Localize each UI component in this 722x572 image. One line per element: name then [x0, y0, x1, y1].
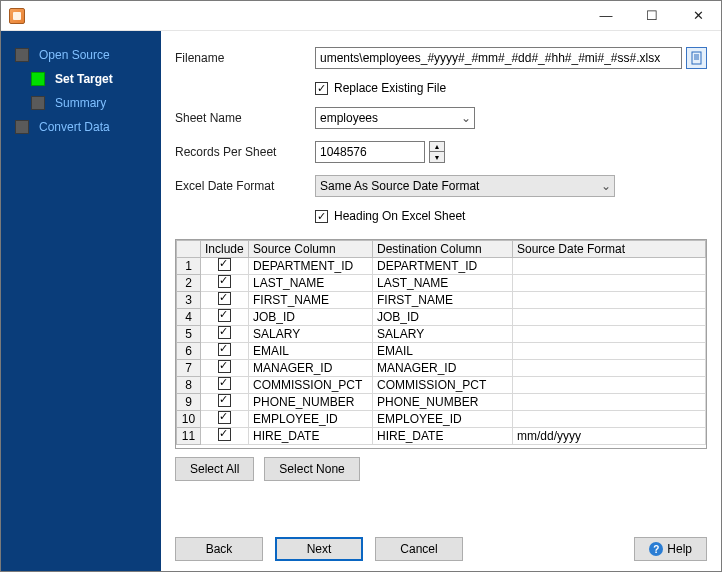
row-header[interactable]: 3	[177, 292, 201, 309]
row-header[interactable]: 11	[177, 428, 201, 445]
include-cell[interactable]	[201, 377, 249, 394]
heading-on-sheet-checkbox[interactable]	[315, 210, 328, 223]
minimize-button[interactable]: —	[583, 1, 629, 31]
sheet-name-input[interactable]	[315, 107, 475, 129]
include-cell[interactable]	[201, 428, 249, 445]
source-cell[interactable]: LAST_NAME	[249, 275, 373, 292]
nav-open-source[interactable]: Open Source	[1, 43, 161, 67]
sheet-name-combo[interactable]: ⌄	[315, 107, 475, 129]
nav-summary[interactable]: Summary	[1, 91, 161, 115]
dest-cell[interactable]: COMMISSION_PCT	[373, 377, 513, 394]
cancel-button[interactable]: Cancel	[375, 537, 463, 561]
include-checkbox[interactable]	[218, 309, 231, 322]
srcdate-cell[interactable]: mm/dd/yyyy	[513, 428, 706, 445]
help-button[interactable]: ? Help	[634, 537, 707, 561]
col-include[interactable]: Include	[201, 241, 249, 258]
include-cell[interactable]	[201, 309, 249, 326]
source-cell[interactable]: SALARY	[249, 326, 373, 343]
row-header[interactable]: 10	[177, 411, 201, 428]
table-row[interactable]: 1DEPARTMENT_IDDEPARTMENT_ID	[177, 258, 706, 275]
close-button[interactable]: ✕	[675, 1, 721, 31]
include-cell[interactable]	[201, 394, 249, 411]
table-row[interactable]: 8COMMISSION_PCTCOMMISSION_PCT	[177, 377, 706, 394]
include-cell[interactable]	[201, 275, 249, 292]
dest-cell[interactable]: FIRST_NAME	[373, 292, 513, 309]
filename-input[interactable]	[315, 47, 682, 69]
dest-cell[interactable]: SALARY	[373, 326, 513, 343]
source-cell[interactable]: FIRST_NAME	[249, 292, 373, 309]
nav-set-target[interactable]: Set Target	[1, 67, 161, 91]
srcdate-cell[interactable]	[513, 360, 706, 377]
table-row[interactable]: 2LAST_NAMELAST_NAME	[177, 275, 706, 292]
srcdate-cell[interactable]	[513, 258, 706, 275]
row-header[interactable]: 2	[177, 275, 201, 292]
include-cell[interactable]	[201, 343, 249, 360]
source-cell[interactable]: DEPARTMENT_ID	[249, 258, 373, 275]
dest-cell[interactable]: PHONE_NUMBER	[373, 394, 513, 411]
col-dest[interactable]: Destination Column	[373, 241, 513, 258]
source-cell[interactable]: JOB_ID	[249, 309, 373, 326]
dest-cell[interactable]: JOB_ID	[373, 309, 513, 326]
include-checkbox[interactable]	[218, 326, 231, 339]
col-source[interactable]: Source Column	[249, 241, 373, 258]
include-checkbox[interactable]	[218, 360, 231, 373]
table-row[interactable]: 3FIRST_NAMEFIRST_NAME	[177, 292, 706, 309]
date-format-combo[interactable]: ⌄	[315, 175, 615, 197]
include-checkbox[interactable]	[218, 275, 231, 288]
srcdate-cell[interactable]	[513, 292, 706, 309]
dest-cell[interactable]: EMAIL	[373, 343, 513, 360]
srcdate-cell[interactable]	[513, 343, 706, 360]
table-row[interactable]: 6EMAILEMAIL	[177, 343, 706, 360]
include-cell[interactable]	[201, 411, 249, 428]
include-checkbox[interactable]	[218, 411, 231, 424]
browse-button[interactable]	[686, 47, 707, 69]
include-checkbox[interactable]	[218, 394, 231, 407]
include-checkbox[interactable]	[218, 292, 231, 305]
include-checkbox[interactable]	[218, 428, 231, 441]
dest-cell[interactable]: MANAGER_ID	[373, 360, 513, 377]
select-none-button[interactable]: Select None	[264, 457, 359, 481]
select-all-button[interactable]: Select All	[175, 457, 254, 481]
replace-existing-checkbox[interactable]	[315, 82, 328, 95]
include-checkbox[interactable]	[218, 377, 231, 390]
dest-cell[interactable]: LAST_NAME	[373, 275, 513, 292]
srcdate-cell[interactable]	[513, 411, 706, 428]
source-cell[interactable]: EMAIL	[249, 343, 373, 360]
spinner-up[interactable]: ▲	[429, 141, 445, 152]
source-cell[interactable]: HIRE_DATE	[249, 428, 373, 445]
row-header[interactable]: 1	[177, 258, 201, 275]
row-header[interactable]: 6	[177, 343, 201, 360]
table-row[interactable]: 5SALARYSALARY	[177, 326, 706, 343]
table-row[interactable]: 11HIRE_DATEHIRE_DATEmm/dd/yyyy	[177, 428, 706, 445]
srcdate-cell[interactable]	[513, 394, 706, 411]
dest-cell[interactable]: EMPLOYEE_ID	[373, 411, 513, 428]
table-row[interactable]: 7MANAGER_IDMANAGER_ID	[177, 360, 706, 377]
source-cell[interactable]: MANAGER_ID	[249, 360, 373, 377]
row-header[interactable]: 9	[177, 394, 201, 411]
row-header[interactable]: 5	[177, 326, 201, 343]
nav-convert-data[interactable]: Convert Data	[1, 115, 161, 139]
dest-cell[interactable]: DEPARTMENT_ID	[373, 258, 513, 275]
include-checkbox[interactable]	[218, 258, 231, 271]
srcdate-cell[interactable]	[513, 275, 706, 292]
date-format-value[interactable]	[315, 175, 615, 197]
include-cell[interactable]	[201, 292, 249, 309]
row-header[interactable]: 4	[177, 309, 201, 326]
source-cell[interactable]: PHONE_NUMBER	[249, 394, 373, 411]
row-header[interactable]: 7	[177, 360, 201, 377]
maximize-button[interactable]: ☐	[629, 1, 675, 31]
dest-cell[interactable]: HIRE_DATE	[373, 428, 513, 445]
back-button[interactable]: Back	[175, 537, 263, 561]
next-button[interactable]: Next	[275, 537, 363, 561]
include-cell[interactable]	[201, 360, 249, 377]
srcdate-cell[interactable]	[513, 309, 706, 326]
table-row[interactable]: 9PHONE_NUMBERPHONE_NUMBER	[177, 394, 706, 411]
records-per-sheet-input[interactable]	[315, 141, 425, 163]
include-cell[interactable]	[201, 326, 249, 343]
srcdate-cell[interactable]	[513, 377, 706, 394]
table-row[interactable]: 4JOB_IDJOB_ID	[177, 309, 706, 326]
srcdate-cell[interactable]	[513, 326, 706, 343]
include-cell[interactable]	[201, 258, 249, 275]
include-checkbox[interactable]	[218, 343, 231, 356]
spinner-down[interactable]: ▼	[429, 152, 445, 163]
